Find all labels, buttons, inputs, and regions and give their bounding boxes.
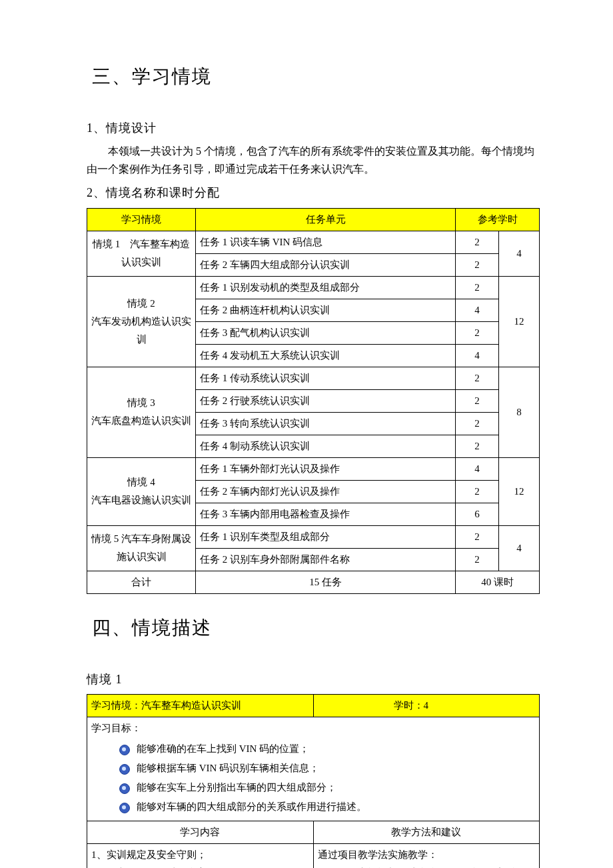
- table-footer-row: 合计 15 任务 40 课时: [87, 571, 540, 593]
- desc-header-left: 学习情境：汽车整车构造认识实训: [87, 695, 314, 717]
- footer-tasks: 15 任务: [196, 571, 456, 593]
- hour-cell: 2: [456, 321, 499, 344]
- table-row: 情境 2 汽车发动机构造认识实训 任务 1 识别发动机的类型及组成部分 2 12: [87, 276, 540, 299]
- footer-label: 合计: [87, 571, 196, 593]
- footer-hours: 40 课时: [456, 571, 540, 593]
- task-cell: 任务 2 车辆四大组成部分认识实训: [196, 253, 456, 276]
- task-cell: 任务 2 识别车身外部附属部件名称: [196, 548, 456, 571]
- task-cell: 任务 1 车辆外部灯光认识及操作: [196, 457, 456, 480]
- bullet-icon: [119, 745, 130, 755]
- hour-cell: 6: [456, 503, 499, 525]
- section-heading: 四、情境描述: [92, 611, 540, 645]
- objectives-row: 学习目标： 能够准确的在车上找到 VIN 码的位置； 能够根据车辆 VIN 码识…: [87, 717, 540, 821]
- total-cell: 12: [499, 457, 540, 525]
- subsection-heading: 情境 1: [87, 669, 540, 690]
- total-cell: 4: [499, 525, 540, 571]
- subsection-heading: 1、情境设计: [87, 117, 540, 139]
- bullet-icon: [119, 783, 130, 794]
- table-row: 情境 4 汽车电器设施认识实训 任务 1 车辆外部灯光认识及操作 4 12: [87, 457, 540, 480]
- list-item: 能够对车辆的四大组成部分的关系或作用进行描述。: [119, 798, 535, 816]
- objectives-label: 学习目标：: [91, 719, 535, 737]
- task-cell: 任务 1 识读车辆 VIN 码信息: [196, 231, 456, 253]
- task-cell: 任务 3 配气机构认识实训: [196, 321, 456, 344]
- method-label: 教学方法和建议: [313, 821, 540, 844]
- hour-cell: 2: [456, 231, 499, 253]
- task-cell: 任务 2 行驶系统认识实训: [196, 389, 456, 412]
- total-cell: 4: [499, 231, 540, 276]
- table-row: 情境 5 汽车车身附属设施认识实训 任务 1 识别车类型及组成部分 2 4: [87, 525, 540, 548]
- hour-cell: 4: [456, 299, 499, 321]
- task-cell: 任务 2 曲柄连杆机构认识实训: [196, 299, 456, 321]
- document-page: 三、学习情境 1、情境设计 本领域一共设计为 5 个情境，包含了汽车的所有系统零…: [0, 0, 613, 868]
- task-cell: 任务 3 转向系统认识实训: [196, 412, 456, 435]
- total-cell: 8: [499, 367, 540, 457]
- content-cell: 1、实训规定及安全守则； 2、汽车代码位置以及含义； 3、汽车总体构造；: [87, 844, 314, 868]
- table-row: 情境 1 汽车整车构造认识实训 任务 1 识读车辆 VIN 码信息 2 4: [87, 231, 540, 253]
- situation-cell: 情境 3 汽车底盘构造认识实训: [87, 367, 196, 457]
- situation-cell: 情境 2 汽车发动机构造认识实训: [87, 276, 196, 367]
- col-header-task: 任务单元: [196, 208, 456, 231]
- section-heading: 三、学习情境: [92, 60, 540, 93]
- hour-cell: 2: [456, 412, 499, 435]
- task-cell: 任务 1 识别发动机的类型及组成部分: [196, 276, 456, 299]
- hour-cell: 2: [456, 435, 499, 457]
- bullet-icon: [119, 803, 130, 813]
- subsection-heading: 2、情境名称和课时分配: [87, 182, 540, 203]
- hour-cell: 2: [456, 480, 499, 503]
- hour-cell: 2: [456, 253, 499, 276]
- situation-cell: 情境 5 汽车车身附属设施认识实训: [87, 525, 196, 571]
- hour-cell: 4: [456, 344, 499, 367]
- table-header-row: 学习情境 任务单元 参考学时: [87, 208, 540, 231]
- hour-cell: 2: [456, 548, 499, 571]
- desc-header-right: 学时：4: [313, 695, 540, 717]
- col-header-hours: 参考学时: [456, 208, 540, 231]
- hour-cell: 4: [456, 457, 499, 480]
- task-cell: 任务 1 传动系统认识实训: [196, 367, 456, 389]
- paragraph: 本领域一共设计为 5 个情境，包含了汽车的所有系统零件的安装位置及其功能。每个情…: [87, 142, 540, 178]
- col-header-situation: 学习情境: [87, 208, 196, 231]
- desc-header-row: 学习情境：汽车整车构造认识实训 学时：4: [87, 695, 540, 717]
- hour-cell: 2: [456, 276, 499, 299]
- situations-table: 学习情境 任务单元 参考学时 情境 1 汽车整车构造认识实训 任务 1 识读车辆…: [87, 208, 540, 594]
- list-item: 能够准确的在车上找到 VIN 码的位置；: [119, 740, 535, 758]
- task-cell: 任务 4 发动机五大系统认识实训: [196, 344, 456, 367]
- list-item: 能够在实车上分别指出车辆的四大组成部分；: [119, 779, 535, 797]
- content-header-row: 学习内容 教学方法和建议: [87, 821, 540, 844]
- objectives-list: 能够准确的在车上找到 VIN 码的位置； 能够根据车辆 VIN 码识别车辆相关信…: [119, 740, 535, 816]
- task-cell: 任务 4 制动系统认识实训: [196, 435, 456, 457]
- list-item: 能够根据车辆 VIN 码识别车辆相关信息；: [119, 759, 535, 777]
- total-cell: 12: [499, 276, 540, 367]
- task-cell: 任务 2 车辆内部灯光认识及操作: [196, 480, 456, 503]
- content-body-row: 1、实训规定及安全守则； 2、汽车代码位置以及含义； 3、汽车总体构造； 通过项…: [87, 844, 540, 868]
- situation-cell: 情境 1 汽车整车构造认识实训: [87, 231, 196, 276]
- hour-cell: 2: [456, 367, 499, 389]
- task-cell: 任务 1 识别车类型及组成部分: [196, 525, 456, 548]
- content-label: 学习内容: [87, 821, 314, 844]
- hour-cell: 2: [456, 525, 499, 548]
- description-table: 学习情境：汽车整车构造认识实训 学时：4 学习目标： 能够准确的在车上找到 VI…: [87, 694, 540, 868]
- situation-cell: 情境 4 汽车电器设施认识实训: [87, 457, 196, 525]
- hour-cell: 2: [456, 389, 499, 412]
- method-cell: 通过项目教学法实施教学： 将整车认识划分成多个项目，按照“看---认---指--…: [313, 844, 540, 868]
- table-row: 情境 3 汽车底盘构造认识实训 任务 1 传动系统认识实训 2 8: [87, 367, 540, 389]
- bullet-icon: [119, 764, 130, 775]
- task-cell: 任务 3 车辆内部用电器检查及操作: [196, 503, 456, 525]
- objectives-cell: 学习目标： 能够准确的在车上找到 VIN 码的位置； 能够根据车辆 VIN 码识…: [87, 717, 540, 821]
